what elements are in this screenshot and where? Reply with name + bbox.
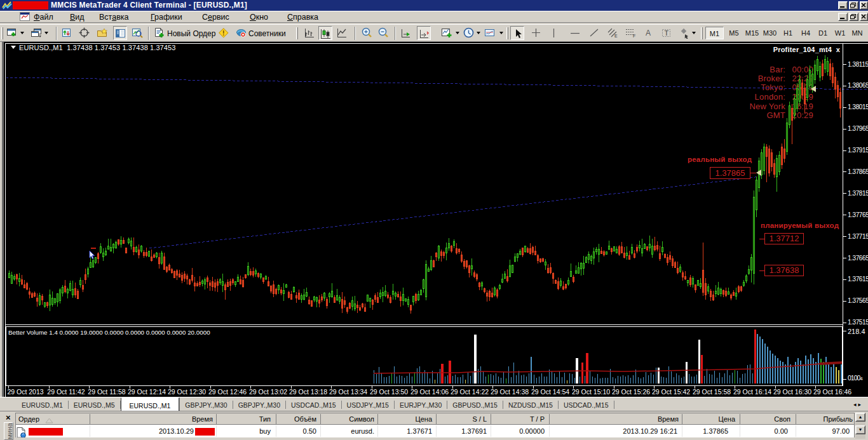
svg-text:F: F <box>633 34 635 38</box>
svg-text:E: E <box>614 34 618 38</box>
svg-text:T: T <box>665 29 669 37</box>
svg-text:A: A <box>646 29 651 37</box>
